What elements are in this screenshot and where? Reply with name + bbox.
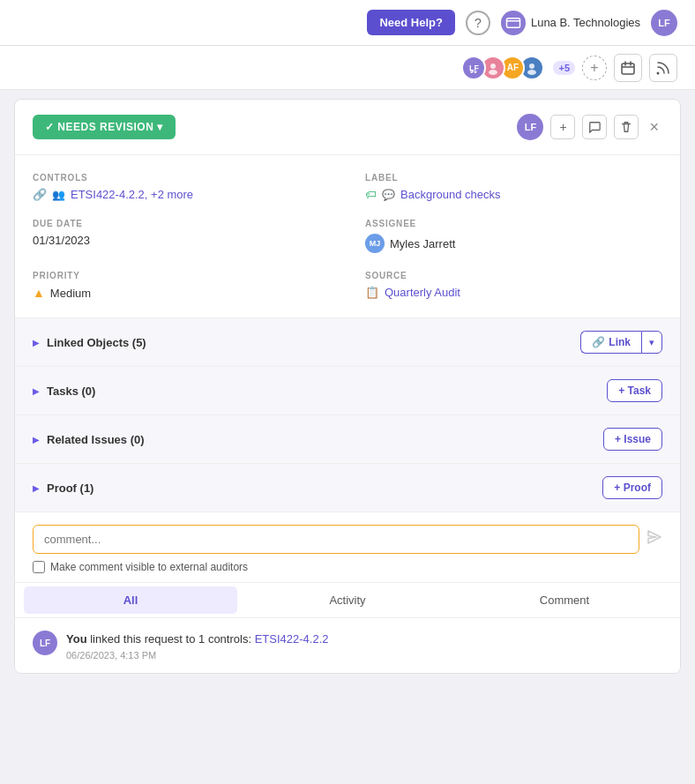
proof-chevron: ▶ (33, 483, 40, 493)
svg-point-3 (529, 63, 534, 69)
calendar-icon-btn[interactable] (614, 54, 642, 82)
svg-rect-5 (622, 63, 634, 74)
top-bar: Need Help? ? Luna B. Technologies LF (0, 0, 695, 46)
comment-checkbox-row: Make comment visible to external auditor… (33, 561, 662, 573)
panel-header: ✓ NEEDS REVISION ▾ LF + × (15, 100, 680, 155)
comment-area: Make comment visible to external auditor… (15, 512, 680, 583)
related-issues-left: ▶ Related Issues (0) (33, 433, 145, 446)
activity-content: You linked this request to 1 controls: E… (66, 631, 328, 661)
add-panel-button[interactable]: + (550, 115, 575, 139)
org-avatar (501, 11, 526, 35)
label-value: 🏷 💬 Background checks (365, 188, 662, 201)
panel-user-avatar: LF (517, 114, 543, 140)
related-issues-chevron: ▶ (33, 435, 40, 444)
link-main-button[interactable]: 🔗 Link (580, 331, 641, 354)
link-button-group: 🔗 Link ▾ (580, 331, 662, 354)
org-name: Luna B. Technologies (531, 16, 640, 29)
avatar-extra-count: +5 (553, 61, 575, 75)
avatar-lf: LF 🗝 (461, 56, 486, 80)
source-link[interactable]: Quarterly Audit (385, 286, 460, 299)
source-label: SOURCE (365, 271, 662, 280)
svg-rect-0 (506, 18, 519, 27)
proof-title: Proof (1) (47, 482, 93, 495)
fields-section: CONTROLS 🔗 👥 ETSI422-4.2.2, +2 more LABE… (15, 155, 680, 318)
controls-label: CONTROLS (33, 173, 330, 183)
assignee-name: Myles Jarrett (390, 237, 455, 250)
comment-send-icon[interactable] (646, 529, 662, 549)
avatar-stack: LF 🗝 AF (461, 56, 544, 80)
related-issues-section: ▶ Related Issues (0) + Issue (15, 415, 680, 464)
link-label: Link (609, 336, 631, 348)
priority-icon: ▲ (33, 286, 45, 300)
external-auditors-label: Make comment visible to external auditor… (50, 561, 248, 573)
label-comment-icon: 💬 (382, 189, 395, 201)
close-panel-button[interactable]: × (646, 116, 662, 138)
main-panel: ✓ NEEDS REVISION ▾ LF + × CONTROLS 🔗 👥 E… (14, 99, 681, 674)
org-area: Luna B. Technologies (501, 11, 640, 35)
tasks-chevron: ▶ (33, 386, 40, 396)
label-link[interactable]: Background checks (400, 188, 500, 201)
add-issue-button[interactable]: + Issue (603, 428, 662, 451)
activity-link[interactable]: ETSI422-4.2.2 (255, 632, 329, 646)
priority-value: ▲ Medium (33, 286, 330, 300)
assignee-field: ASSIGNEE MJ Myles Jarrett (365, 219, 662, 253)
svg-point-6 (657, 71, 660, 74)
add-proof-button[interactable]: + Proof (602, 476, 662, 499)
link-icon: 🔗 (592, 336, 605, 348)
source-field: SOURCE 📋 Quarterly Audit (365, 271, 662, 300)
panel-actions: LF + × (517, 114, 662, 140)
label-label: LABEL (365, 173, 662, 183)
external-auditors-checkbox[interactable] (33, 561, 45, 573)
need-help-button[interactable]: Need Help? (367, 10, 455, 35)
label-tag-icon: 🏷 (365, 188, 377, 201)
filter-tabs: All Activity Comment (15, 583, 680, 618)
priority-field: PRIORITY ▲ Medium (33, 271, 330, 300)
activity-timestamp: 06/26/2023, 4:13 PM (66, 650, 328, 661)
controls-link[interactable]: ETSI422-4.2.2, +2 more (71, 188, 193, 201)
second-bar: LF 🗝 AF +5 + (0, 46, 695, 90)
linked-objects-section: ▶ Linked Objects (5) 🔗 Link ▾ (15, 318, 680, 367)
comment-input[interactable] (33, 525, 639, 554)
link-dropdown-button[interactable]: ▾ (641, 331, 662, 354)
activity-log: LF You linked this request to 1 controls… (15, 618, 680, 673)
comment-input-row (33, 525, 662, 554)
controls-value: 🔗 👥 ETSI422-4.2.2, +2 more (33, 188, 330, 201)
assignee-value: MJ Myles Jarrett (365, 234, 662, 253)
activity-text: You linked this request to 1 controls: E… (66, 631, 328, 648)
add-avatar-button[interactable]: + (582, 56, 607, 80)
due-date-value: 01/31/2023 (33, 234, 330, 247)
priority-label: PRIORITY (33, 271, 330, 280)
controls-group-icon: 👥 (52, 189, 65, 201)
proof-left: ▶ Proof (1) (33, 482, 93, 495)
source-value: 📋 Quarterly Audit (365, 286, 662, 299)
status-button[interactable]: ✓ NEEDS REVISION ▾ (33, 115, 176, 139)
tasks-section: ▶ Tasks (0) + Task (15, 367, 680, 415)
activity-avatar: LF (33, 631, 57, 655)
due-date-label: DUE DATE (33, 219, 330, 228)
source-icon: 📋 (365, 286, 379, 299)
due-date-field: DUE DATE 01/31/2023 (33, 219, 330, 253)
linked-objects-title: Linked Objects (5) (47, 336, 146, 349)
activity-entry: LF You linked this request to 1 controls… (33, 631, 662, 661)
linked-objects-chevron: ▶ (33, 338, 40, 347)
tasks-title: Tasks (0) (47, 385, 95, 398)
controls-link-icon: 🔗 (33, 188, 47, 201)
add-task-button[interactable]: + Task (607, 379, 662, 402)
priority-text: Medium (50, 287, 91, 300)
controls-field: CONTROLS 🔗 👥 ETSI422-4.2.2, +2 more (33, 173, 330, 201)
tasks-left: ▶ Tasks (0) (33, 385, 95, 398)
tab-activity[interactable]: Activity (241, 586, 454, 614)
svg-point-1 (490, 63, 496, 69)
tab-comment[interactable]: Comment (458, 586, 671, 614)
feed-icon-btn[interactable] (649, 54, 677, 82)
comment-panel-button[interactable] (582, 115, 607, 139)
delete-panel-button[interactable] (614, 115, 639, 139)
svg-point-2 (489, 70, 497, 75)
svg-point-4 (527, 70, 536, 75)
help-icon[interactable]: ? (466, 11, 490, 35)
assignee-label: ASSIGNEE (365, 219, 662, 228)
assignee-avatar: MJ (365, 234, 385, 253)
tab-all[interactable]: All (24, 586, 237, 614)
label-field: LABEL 🏷 💬 Background checks (365, 173, 662, 201)
proof-section: ▶ Proof (1) + Proof (15, 464, 680, 512)
